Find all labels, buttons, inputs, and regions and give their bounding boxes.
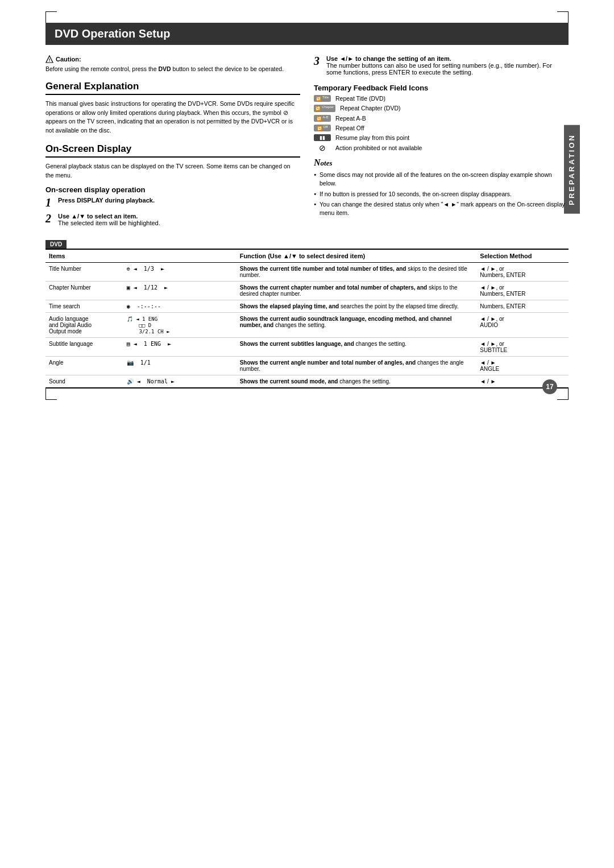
page-number: 17 <box>542 379 557 394</box>
dvd-label: DVD <box>45 240 67 249</box>
step-3-title: Use ◄/► to change the setting of an item… <box>326 55 569 62</box>
col-header-function <box>123 249 237 263</box>
feedback-icon-off: 🔁 Off <box>314 125 331 131</box>
table-row: Chapter Number ▣ ◄ 1/12 ► Shows the curr… <box>45 282 569 300</box>
item-time-search: Time search <box>45 300 123 313</box>
feedback-icon-ab: 🔁 A-B <box>314 115 331 122</box>
func-time-search: Shows the elapsed playing time, and sear… <box>237 300 477 313</box>
on-screen-display-subsection: On-screen display operation <box>45 185 300 194</box>
icon-title-number: ⊕ ◄ 1/3 ► <box>123 263 237 282</box>
item-sound: Sound <box>45 375 123 388</box>
corner-mark-tr <box>557 11 569 23</box>
sel-subtitle: ◄ / ►, orSUBTITLE <box>476 338 569 357</box>
item-title-number: Title Number <box>45 263 123 282</box>
icon-chapter-number: ▣ ◄ 1/12 ► <box>123 282 237 300</box>
step-3: 3 Use ◄/► to change the setting of an it… <box>314 55 569 76</box>
corner-mark-br <box>557 388 569 400</box>
notes-section: Notes Some discs may not provide all of … <box>314 158 569 217</box>
feedback-text-1: Repeat Title (DVD) <box>335 95 385 102</box>
notes-list: Some discs may not provide all of the fe… <box>314 171 569 217</box>
step-1-number: 1 <box>45 197 55 208</box>
sel-audio: ◄ / ►, orAUDIO <box>476 313 569 338</box>
step-1-title: Press DISPLAY during playback. <box>58 197 300 204</box>
step-3-number: 3 <box>314 55 323 67</box>
dvd-section: DVD Items Function (Use ▲/▼ to select de… <box>45 240 569 388</box>
table-row: Time search ◉ -:--:-- Shows the elapsed … <box>45 300 569 313</box>
func-subtitle: Shows the current subtitles language, an… <box>237 338 477 357</box>
func-sound: Shows the current sound mode, and change… <box>237 375 477 388</box>
feedback-row-2: 🔁 Chapter Repeat Chapter (DVD) <box>314 105 569 111</box>
step-3-desc: The number buttons can also be used for … <box>326 62 569 76</box>
step-2-content: Use ▲/▼ to select an item. The selected … <box>58 213 300 226</box>
feedback-title: Temporary Feedback Field Icons <box>314 84 569 92</box>
feedback-icon-title: 🔁 Title <box>314 95 331 102</box>
step-2-desc: The selected item will be highlighted. <box>58 220 300 226</box>
notes-title-suffix: otes <box>321 159 333 167</box>
item-subtitle: Subtitle language <box>45 338 123 357</box>
note-item-1: Some discs may not provide all of the fe… <box>314 171 569 187</box>
page-header: DVD Operation Setup <box>45 23 569 45</box>
feedback-icon-prohibited: ⊘ <box>314 144 331 152</box>
feedback-text-5: Resume play from this point <box>335 134 409 141</box>
func-chapter-number: Shows the current chapter number and tot… <box>237 282 477 300</box>
feedback-text-4: Repeat Off <box>335 125 364 131</box>
feedback-row-1: 🔁 Title Repeat Title (DVD) <box>314 95 569 102</box>
table-row: Audio languageand Digital AudioOutput mo… <box>45 313 569 338</box>
notes-title-prefix: N <box>314 158 321 167</box>
func-title-number: Shows the current title number and total… <box>237 263 477 282</box>
col-header-function-desc: Function (Use ▲/▼ to select desired item… <box>237 249 477 263</box>
icon-sound: 🔊 ◄ Normal ► <box>123 375 237 388</box>
note-item-3: You can change the desired status only w… <box>314 200 569 217</box>
right-column: 3 Use ◄/► to change the setting of an it… <box>314 55 569 231</box>
corner-mark-tl <box>45 11 57 23</box>
step-2: 2 Use ▲/▼ to select an item. The selecte… <box>45 213 300 226</box>
caution-text: Before using the remote control, press t… <box>45 65 300 74</box>
feedback-row-4: 🔁 Off Repeat Off <box>314 125 569 131</box>
corner-mark-bl <box>45 388 57 400</box>
step-3-content: Use ◄/► to change the setting of an item… <box>326 55 569 76</box>
on-screen-display-text: General playback status can be displayed… <box>45 162 300 180</box>
func-angle: Shows the current angle number and total… <box>237 357 477 375</box>
sel-angle: ◄ / ►ANGLE <box>476 357 569 375</box>
col-header-selection: Selection Method <box>476 249 569 263</box>
feedback-row-6: ⊘ Action prohibited or not available <box>314 144 569 152</box>
step-2-number: 2 <box>45 213 55 224</box>
sel-title-number: ◄ / ►, orNumbers, ENTER <box>476 263 569 282</box>
table-row: Title Number ⊕ ◄ 1/3 ► Shows the current… <box>45 263 569 282</box>
item-audio: Audio languageand Digital AudioOutput mo… <box>45 313 123 338</box>
col-header-items: Items <box>45 249 123 263</box>
feedback-text-3: Repeat A-B <box>335 115 366 122</box>
feedback-section: Temporary Feedback Field Icons 🔁 Title R… <box>314 84 569 152</box>
feedback-text-6: Action prohibited or not available <box>335 144 422 151</box>
note-item-2: If no button is pressed for 10 seconds, … <box>314 190 569 199</box>
icon-angle: 📷 1/1 <box>123 357 237 375</box>
caution-title: ! Caution: <box>45 55 300 63</box>
step-1-content: Press DISPLAY during playback. <box>58 197 300 204</box>
feedback-icon-resume: ▮▮ <box>314 134 331 141</box>
table-row: Angle 📷 1/1 Shows the current angle numb… <box>45 357 569 375</box>
func-audio: Shows the current audio soundtrack langu… <box>237 313 477 338</box>
feedback-text-2: Repeat Chapter (DVD) <box>340 105 400 111</box>
caution-label: Caution: <box>56 56 81 63</box>
item-angle: Angle <box>45 357 123 375</box>
icon-time-search: ◉ -:--:-- <box>123 300 237 313</box>
notes-title: Notes <box>314 158 569 168</box>
icon-subtitle: ▤ ◄ 1 ENG ► <box>123 338 237 357</box>
svg-text:!: ! <box>49 57 51 63</box>
sel-time-search: Numbers, ENTER <box>476 300 569 313</box>
step-1: 1 Press DISPLAY during playback. <box>45 197 300 208</box>
feedback-row-5: ▮▮ Resume play from this point <box>314 134 569 141</box>
table-row: Sound 🔊 ◄ Normal ► Shows the current sou… <box>45 375 569 388</box>
step-2-title: Use ▲/▼ to select an item. <box>58 213 300 220</box>
table-row: Subtitle language ▤ ◄ 1 ENG ► Shows the … <box>45 338 569 357</box>
general-explanation-title: General Explanation <box>45 81 300 95</box>
caution-box: ! Caution: Before using the remote contr… <box>45 55 300 74</box>
sel-chapter-number: ◄ / ►, orNumbers, ENTER <box>476 282 569 300</box>
feedback-row-3: 🔁 A-B Repeat A-B <box>314 115 569 122</box>
on-screen-display-title: On-Screen Display <box>45 143 300 158</box>
icon-audio: 🎵 ◄ 1 ENG □□ D 3/2.1 CH ► <box>123 313 237 338</box>
general-explanation-text: This manual gives basic instructions for… <box>45 100 300 135</box>
feedback-icon-chapter: 🔁 Chapter <box>314 105 335 111</box>
page-title: DVD Operation Setup <box>55 27 559 40</box>
warning-icon: ! <box>45 55 53 63</box>
